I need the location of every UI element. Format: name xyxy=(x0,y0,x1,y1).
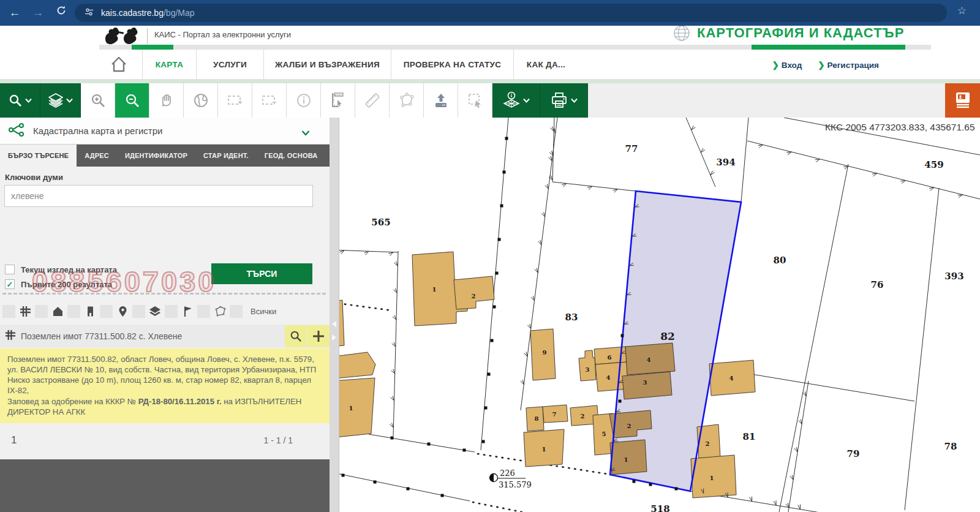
browser-chrome: ← → kais.cadastre.bg/bg/Map ☆ xyxy=(0,0,980,26)
building-label: 2 xyxy=(472,293,476,299)
add-result-button[interactable] xyxy=(307,325,330,347)
search-tool-button[interactable] xyxy=(0,83,40,118)
globe-wireframe-icon xyxy=(673,26,691,45)
browser-forward-icon[interactable]: → xyxy=(31,6,45,20)
first-200-checkbox[interactable]: ✓ xyxy=(5,279,15,289)
brand-block: КАРТОГРАФИЯ И КАДАСТЪР xyxy=(673,26,904,45)
zoom-to-result-button[interactable] xyxy=(285,325,307,347)
map-pin-icon[interactable] xyxy=(116,304,129,318)
house-icon[interactable] xyxy=(51,304,64,318)
sidebar-header[interactable]: Кадастрална карта и регистри xyxy=(0,118,330,145)
search-result-row[interactable]: Поземлен имот 77311.500.82 с. Хлевене xyxy=(0,325,330,348)
nav-tab-uslugi[interactable]: УСЛУГИ xyxy=(197,50,263,80)
filter-checkbox[interactable] xyxy=(2,305,15,318)
filter-checkbox[interactable] xyxy=(67,305,80,318)
filter-checkbox[interactable] xyxy=(100,305,113,318)
browser-back-icon[interactable]: ← xyxy=(7,6,22,20)
bookmark-star-icon[interactable]: ☆ xyxy=(957,4,967,17)
result-title: Поземлен имот 77311.500.82 с. Хлевене xyxy=(21,331,182,341)
tab-identifier[interactable]: ИДЕНТИФИКАТОР xyxy=(117,145,195,167)
building-label: 3 xyxy=(643,379,647,386)
nav-tab-zhalbi[interactable]: ЖАЛБИ И ВЪЗРАЖЕНИЯ xyxy=(264,50,391,80)
page-number[interactable]: 1 xyxy=(11,434,17,446)
search-sidebar: Кадастрална карта и регистри БЪРЗО ТЪРСЕ… xyxy=(0,118,330,512)
parcel-label: 565 xyxy=(371,217,390,228)
map-toolbar xyxy=(0,83,980,118)
zoom-out-tool-button[interactable] xyxy=(115,83,149,118)
print-tool-button[interactable] xyxy=(540,83,588,118)
filter-checkbox[interactable] xyxy=(197,305,210,318)
home-icon[interactable] xyxy=(109,55,129,77)
current-view-row: Текущ изглед на картата xyxy=(5,265,117,274)
chevron-down-icon[interactable] xyxy=(301,127,310,138)
collapse-left-icon xyxy=(332,321,336,327)
parcel-label: 518 xyxy=(650,503,669,512)
browser-reload-icon[interactable] xyxy=(54,5,69,20)
building-icon[interactable] xyxy=(83,304,97,318)
result-details-box: Поземлен имот 77311.500.82, област Ловеч… xyxy=(0,348,330,423)
parcel-grid-icon[interactable] xyxy=(18,304,32,318)
filter-checkbox[interactable] xyxy=(132,305,145,318)
flag-icon[interactable] xyxy=(181,304,194,318)
select-region-tool-button[interactable] xyxy=(458,83,492,118)
active-tab-accent xyxy=(132,45,173,50)
news-widget-button[interactable] xyxy=(945,83,980,118)
url-text: kais.cadastre.bg/bg/Map xyxy=(101,8,195,18)
building-label: 6 xyxy=(608,354,612,361)
filter-checkbox[interactable] xyxy=(165,305,178,318)
draw-polygon-tool-button[interactable] xyxy=(390,83,424,118)
info-tool-button[interactable] xyxy=(287,83,321,118)
current-view-checkbox[interactable] xyxy=(5,265,15,274)
building-label: 9 xyxy=(543,349,547,356)
pagination-bar: 1 1 - 1 / 1 xyxy=(0,423,330,459)
building-label: 1 xyxy=(624,456,628,463)
search-button[interactable]: ТЪРСИ xyxy=(211,263,312,284)
address-bar[interactable]: kais.cadastre.bg/bg/Map xyxy=(75,4,947,22)
globe-tool-button[interactable] xyxy=(184,83,218,118)
parcel-label: 82 xyxy=(660,330,675,342)
tab-address[interactable]: АДРЕС xyxy=(77,145,117,167)
sidebar-collapse-handle[interactable] xyxy=(330,118,339,512)
route-branch-icon xyxy=(9,123,24,139)
agency-logo[interactable] xyxy=(102,26,141,45)
zoom-box-out-tool-button[interactable] xyxy=(252,83,287,118)
result-filter-row: Всички xyxy=(2,303,327,320)
zoom-box-in-tool-button[interactable] xyxy=(218,83,252,118)
auth-links: ❯Вход ❯Регистрация xyxy=(772,50,879,80)
building-label: 2 xyxy=(706,440,710,447)
nav-tab-kak-da[interactable]: КАК ДА... xyxy=(514,50,578,80)
coordinate-readout: ККС 2005 4773203.833, 435671.65 xyxy=(825,122,975,132)
parcel-label: 393 xyxy=(944,271,963,282)
legend-tool-button[interactable] xyxy=(492,83,540,118)
nav-tab-proverka[interactable]: ПРОВЕРКА НА СТАТУС xyxy=(391,50,513,80)
layers-tool-button[interactable] xyxy=(40,83,81,118)
portal-title: КАИС - Портал за електронни услуги xyxy=(154,30,291,39)
filter-checkbox[interactable] xyxy=(230,305,243,318)
dashed-divider xyxy=(2,293,326,295)
header-divider xyxy=(147,28,148,44)
measure-area-tool-button[interactable] xyxy=(321,83,355,118)
layers-icon[interactable] xyxy=(148,304,162,318)
filter-checkbox[interactable] xyxy=(35,305,48,318)
login-link[interactable]: ❯Вход xyxy=(772,60,802,70)
keywords-input[interactable] xyxy=(4,185,313,207)
chevron-down-icon xyxy=(66,98,73,103)
zoom-in-tool-button[interactable] xyxy=(81,83,115,118)
nav-tab-karta[interactable]: КАРТА xyxy=(143,50,196,80)
upload-tool-button[interactable] xyxy=(424,83,458,118)
first-200-label: Първите 200 резултата xyxy=(21,280,112,289)
map-viewport[interactable]: 7739445956580763938382817978518121963443… xyxy=(339,118,980,512)
tab-old-ident[interactable]: СТАР ИДЕНТ. xyxy=(195,145,257,167)
tab-quick-search[interactable]: БЪРЗО ТЪРСЕНЕ xyxy=(0,145,77,167)
register-link[interactable]: ❯Регистрация xyxy=(818,60,879,70)
polygon-icon[interactable] xyxy=(213,304,227,318)
control-point-number: 226 xyxy=(500,469,515,478)
building-label: 8 xyxy=(535,415,539,422)
site-permissions-icon[interactable] xyxy=(85,7,94,19)
pan-tool-button[interactable] xyxy=(149,83,184,118)
measure-distance-tool-button[interactable] xyxy=(355,83,390,118)
kais-map-page: ← → kais.cadastre.bg/bg/Map ☆ КАИС - Пор… xyxy=(0,0,980,512)
tab-geod-basis[interactable]: ГЕОД. ОСНОВА xyxy=(257,145,326,167)
cadastral-map[interactable]: 7739445956580763938382817978518121963443… xyxy=(339,118,980,512)
chevron-down-icon xyxy=(571,98,578,103)
